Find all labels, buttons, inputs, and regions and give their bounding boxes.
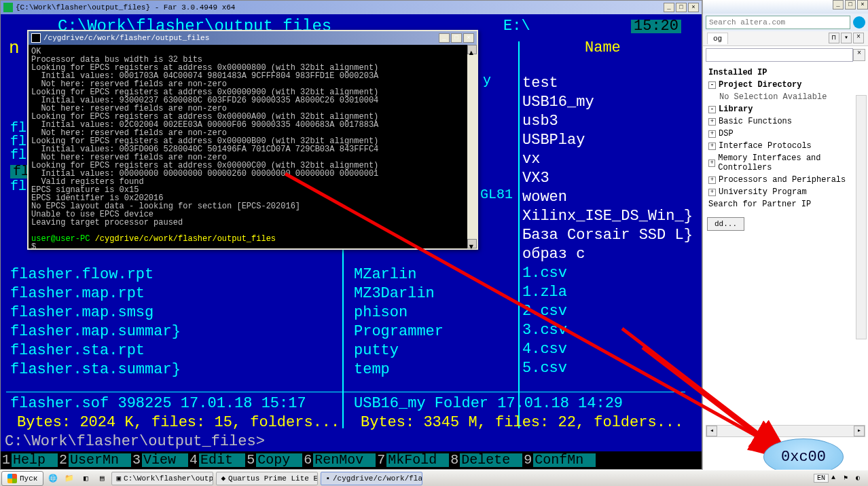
far-right-drive: E:\ xyxy=(503,20,530,33)
task-far[interactable]: ▣C:\Work\flasher\output... xyxy=(111,472,213,485)
file-stub[interactable]: fl xyxy=(10,122,26,135)
scroll-left-icon[interactable]: ◂ xyxy=(706,426,717,436)
start-button[interactable]: Пуск xyxy=(1,471,43,486)
close-tab-icon[interactable]: × xyxy=(853,33,864,43)
add-button[interactable]: dd... xyxy=(707,217,744,231)
f8-delete[interactable]: 8Delete xyxy=(449,451,522,469)
list-item[interactable]: База Corsair SSD L} xyxy=(522,226,693,245)
cygwin-titlebar[interactable]: /cygdrive/c/work/flasher/output_files _ … xyxy=(29,31,477,45)
scroll-right-icon[interactable]: ▸ xyxy=(854,426,865,436)
f3-view[interactable]: 3View xyxy=(131,451,188,469)
list-item[interactable]: temp xyxy=(354,360,444,379)
ie-icon[interactable]: 🌐 xyxy=(46,472,60,485)
list-item[interactable]: phison xyxy=(354,303,444,322)
bottom-scrollbar[interactable]: ◂ ▸ xyxy=(706,425,865,437)
list-item[interactable]: vx xyxy=(522,150,693,169)
list-item[interactable]: 1.csv xyxy=(522,264,693,283)
list-item[interactable]: Xilinx_ISE_DS_Win_} xyxy=(522,207,693,226)
tree-interface-protocols[interactable]: +Interface Protocols xyxy=(704,140,867,152)
f1-help[interactable]: 1Help xyxy=(1,451,58,469)
far-titlebar[interactable]: {C:\Work\flasher\output_files} - Far 3.0… xyxy=(1,1,702,14)
tree-library[interactable]: -Library xyxy=(704,103,867,115)
f7-mkfold[interactable]: 7MkFold xyxy=(376,451,449,469)
explorer-icon[interactable]: 📁 xyxy=(62,472,77,485)
scroll-track[interactable] xyxy=(467,54,477,239)
tray-icon[interactable]: ▲ xyxy=(831,474,841,483)
list-item[interactable]: flasher.map.rpt xyxy=(10,284,181,303)
pin-icon[interactable]: ⊓ xyxy=(829,33,839,43)
terminal-output[interactable]: OK Processor data bus width is 32 bits L… xyxy=(29,45,477,248)
far-clock: 15:20 xyxy=(631,20,681,33)
maximize-button[interactable]: □ xyxy=(845,0,856,10)
tree-scrollbar[interactable] xyxy=(856,95,867,339)
list-item[interactable]: VX3 xyxy=(522,169,693,188)
list-item[interactable]: Programmer xyxy=(354,322,444,341)
maximize-button[interactable]: □ xyxy=(451,33,462,43)
scroll-up-icon[interactable]: ▴ xyxy=(467,45,477,54)
list-item[interactable]: 5.csv xyxy=(522,359,693,378)
tree-project-directory[interactable]: -Project Directory xyxy=(704,79,867,91)
close-button[interactable]: × xyxy=(688,3,699,12)
list-item[interactable]: wowen xyxy=(522,188,693,207)
search-icon[interactable] xyxy=(853,16,865,29)
list-item[interactable]: putty xyxy=(354,341,444,360)
list-item[interactable]: образ с xyxy=(522,245,693,264)
list-item[interactable]: flasher.sta.rpt xyxy=(10,341,181,360)
task-cygwin[interactable]: ▪/cygdrive/c/work/fla... xyxy=(321,472,422,485)
minimize-button[interactable]: _ xyxy=(664,3,674,12)
file-stub[interactable]: fl xyxy=(10,149,26,162)
list-item[interactable]: flasher.map.summar} xyxy=(10,322,181,341)
list-item[interactable]: test xyxy=(522,74,693,93)
list-item[interactable]: 3.csv xyxy=(522,321,693,340)
close-button[interactable]: × xyxy=(463,33,474,43)
tab-og[interactable]: og xyxy=(707,33,728,44)
close-button[interactable]: × xyxy=(857,0,868,10)
search-input[interactable] xyxy=(706,16,850,29)
command-prompt[interactable]: C:\Work\flasher\output_files> xyxy=(5,435,265,449)
app-icon[interactable]: ◧ xyxy=(78,472,93,485)
task-quartus[interactable]: ◆Quartus Prime Lite Editio... xyxy=(216,472,318,485)
minimize-button[interactable]: _ xyxy=(439,33,450,43)
tree-search-partner-ip[interactable]: Search for Partner IP xyxy=(704,198,867,210)
f5-copy[interactable]: 5Copy xyxy=(245,451,302,469)
f4-edit[interactable]: 4Edit xyxy=(188,451,245,469)
panel-hline xyxy=(6,392,685,392)
f6-renmov[interactable]: 6RenMov xyxy=(302,451,376,469)
maximize-button[interactable]: □ xyxy=(676,3,687,12)
file-stub[interactable]: fl xyxy=(10,135,26,149)
list-item[interactable]: flasher.map.smsg xyxy=(10,303,181,322)
list-item[interactable]: 1.zla xyxy=(522,283,693,302)
tree-dsp[interactable]: +DSP xyxy=(704,128,867,140)
dropdown-icon[interactable]: ▾ xyxy=(841,33,852,43)
middle-file-list: MZarlin MZ3Darlin phison Programmer putt… xyxy=(354,265,444,379)
list-item[interactable]: flasher.sta.summar} xyxy=(10,360,181,379)
f9-confmn[interactable]: 9ConfMn xyxy=(522,451,596,469)
list-item[interactable]: usb3 xyxy=(522,112,693,131)
list-item[interactable]: 2.csv xyxy=(522,302,693,321)
terminal-scrollbar[interactable]: ▴ ▾ xyxy=(467,45,477,248)
tree-memory-interfaces[interactable]: +Memory Interfaces and Controllers xyxy=(704,152,867,174)
clear-filter-icon[interactable]: × xyxy=(853,49,865,61)
app-icon[interactable]: ▤ xyxy=(94,472,109,485)
list-item[interactable]: 4.csv xyxy=(522,340,693,359)
filter-input[interactable] xyxy=(706,48,853,62)
list-item[interactable]: USBPlay xyxy=(522,131,693,150)
language-indicator[interactable]: EN xyxy=(814,474,829,483)
list-item[interactable]: USB16_my xyxy=(522,93,693,112)
tray-icon[interactable]: ◐ xyxy=(856,474,865,483)
tree-installed-ip[interactable]: Installed IP xyxy=(704,67,867,79)
tree-no-selection: No Selection Available xyxy=(704,91,867,103)
list-item[interactable]: flasher.flow.rpt xyxy=(10,265,181,284)
tray-icon[interactable]: ⚑ xyxy=(844,474,853,483)
tree-university-program[interactable]: +University Program xyxy=(704,186,867,198)
file-stub[interactable]: fl xyxy=(10,180,26,193)
list-item[interactable]: MZarlin xyxy=(354,265,444,284)
right-file-list: test USB16_my usb3 USBPlay vx VX3 wowen … xyxy=(522,74,693,378)
list-item[interactable]: MZ3Darlin xyxy=(354,284,444,303)
status-left-bytes: Bytes: 2024 K, files: 15, folders... xyxy=(17,416,340,430)
f2-usermenu[interactable]: 2UserMn xyxy=(58,451,131,469)
tree-processors[interactable]: +Processors and Peripherals xyxy=(704,174,867,186)
minimize-button[interactable]: _ xyxy=(833,0,844,10)
tree-basic-functions[interactable]: +Basic Functions xyxy=(704,115,867,128)
scroll-down-icon[interactable]: ▾ xyxy=(467,239,477,248)
